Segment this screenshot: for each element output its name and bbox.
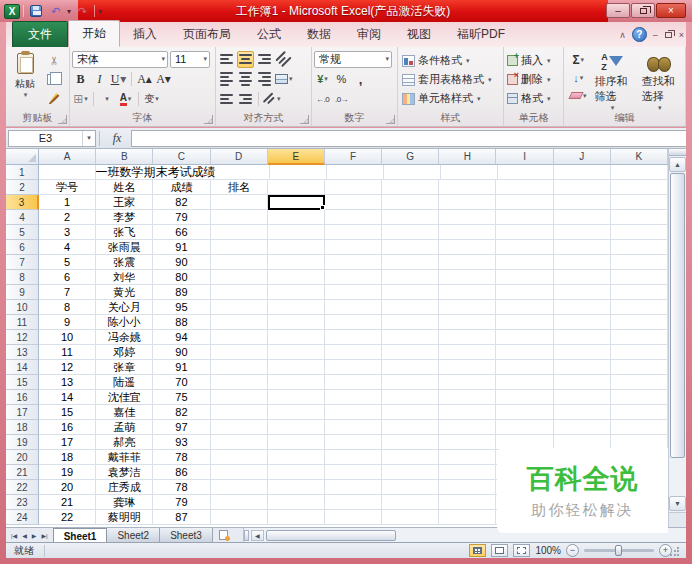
vertical-scroll-thumb[interactable] [670, 173, 685, 458]
grid-cell-K8[interactable] [611, 270, 668, 285]
align-left-button[interactable] [218, 71, 235, 88]
grid-cell-D23[interactable] [211, 495, 268, 510]
clear-button[interactable]: ▾ [568, 87, 589, 104]
grid-cell-J5[interactable] [554, 225, 611, 240]
row-header-8[interactable]: 8 [6, 270, 39, 285]
grid-cell-F2[interactable] [325, 180, 382, 195]
column-header-J[interactable]: J [554, 149, 611, 165]
paste-button[interactable]: 粘贴 ▾ [10, 51, 40, 109]
grid-cell-D5[interactable] [211, 225, 268, 240]
row-header-22[interactable]: 22 [6, 480, 39, 495]
grid-cell-C2[interactable]: 成绩 [153, 180, 210, 195]
grid-cell-C5[interactable]: 66 [153, 225, 210, 240]
grid-cell-H12[interactable] [439, 330, 496, 345]
grid-cell-J2[interactable] [554, 180, 611, 195]
row-header-1[interactable]: 1 [6, 165, 39, 180]
grid-cell-E8[interactable] [268, 270, 325, 285]
grid-cell-J1[interactable] [554, 165, 611, 180]
last-sheet-icon[interactable]: ▶| [39, 532, 49, 539]
grid-cell-H14[interactable] [439, 360, 496, 375]
grid-cell-C13[interactable]: 90 [153, 345, 210, 360]
row-header-7[interactable]: 7 [6, 255, 39, 270]
clipboard-dialog-launcher[interactable] [58, 115, 67, 124]
grid-cell-C6[interactable]: 91 [153, 240, 210, 255]
alignment-dialog-launcher[interactable] [300, 115, 309, 124]
column-header-G[interactable]: G [382, 149, 439, 165]
workbook-minimize-button[interactable]: – [653, 30, 658, 40]
grid-cell-I18[interactable] [496, 420, 553, 435]
grid-cell-J17[interactable] [554, 405, 611, 420]
grid-cell-C16[interactable]: 75 [153, 390, 210, 405]
grid-cell-K18[interactable] [611, 420, 668, 435]
grid-cell-B19[interactable]: 郝亮 [96, 435, 153, 450]
grid-cell-B18[interactable]: 孟萌 [96, 420, 153, 435]
row-header-9[interactable]: 9 [6, 285, 39, 300]
tab-view[interactable]: 视图 [394, 22, 444, 47]
grid-cell-A5[interactable]: 3 [39, 225, 96, 240]
grid-cell-D9[interactable] [211, 285, 268, 300]
shrink-font-button[interactable]: A▾ [155, 71, 172, 88]
format-cells-button[interactable]: 格式 ▾ [506, 89, 561, 108]
column-header-K[interactable]: K [611, 149, 668, 165]
row-header-21[interactable]: 21 [6, 465, 39, 480]
workbook-restore-button[interactable] [665, 32, 672, 38]
sheet-tab-sheet1[interactable]: Sheet1 [53, 528, 108, 542]
grid-cell-G2[interactable] [382, 180, 439, 195]
grid-cell-E24[interactable] [268, 510, 325, 525]
previous-sheet-icon[interactable]: ◀ [20, 532, 29, 539]
grid-cell-A17[interactable]: 15 [39, 405, 96, 420]
grid-cell-B8[interactable]: 刘华 [96, 270, 153, 285]
grid-cell-G22[interactable] [382, 480, 439, 495]
grid-cell-C4[interactable]: 79 [153, 210, 210, 225]
grid-cell-K1[interactable] [611, 165, 668, 180]
grid-cell-G19[interactable] [382, 435, 439, 450]
grid-cell-K4[interactable] [611, 210, 668, 225]
select-all-corner[interactable] [6, 149, 39, 165]
grid-cell-A7[interactable]: 5 [39, 255, 96, 270]
grid-cell-E15[interactable] [268, 375, 325, 390]
column-header-C[interactable]: C [153, 149, 210, 165]
zoom-slider-thumb[interactable] [615, 545, 622, 556]
tab-foxit-pdf[interactable]: 福昕PDF [444, 22, 518, 47]
grid-cell-A8[interactable]: 6 [39, 270, 96, 285]
borders-button[interactable]: ⊞▾ [72, 91, 89, 108]
grid-cell-G10[interactable] [382, 300, 439, 315]
grid-cell-I11[interactable] [496, 315, 553, 330]
grid-cell-D13[interactable] [211, 345, 268, 360]
grid-cell-G13[interactable] [382, 345, 439, 360]
grid-cell-A4[interactable]: 2 [39, 210, 96, 225]
row-header-19[interactable]: 19 [6, 435, 39, 450]
grid-cell-A19[interactable]: 17 [39, 435, 96, 450]
grid-cell-A13[interactable]: 11 [39, 345, 96, 360]
grid-cell-J18[interactable] [554, 420, 611, 435]
grid-cell-C23[interactable]: 79 [153, 495, 210, 510]
font-dialog-launcher[interactable] [204, 115, 213, 124]
cell-styles-button[interactable]: 单元格样式 ▾ [400, 89, 501, 108]
grid-cell-J12[interactable] [554, 330, 611, 345]
horizontal-scroll-thumb[interactable] [266, 530, 396, 541]
grid-cell-H19[interactable] [439, 435, 496, 450]
grid-cell-F20[interactable] [325, 450, 382, 465]
grid-cell-B21[interactable]: 袁梦洁 [96, 465, 153, 480]
grid-cell-B10[interactable]: 关心月 [96, 300, 153, 315]
delete-cells-button[interactable]: 删除 ▾ [506, 70, 561, 89]
tab-page-layout[interactable]: 页面布局 [170, 22, 244, 47]
grid-cell-D8[interactable] [211, 270, 268, 285]
grid-cell-E18[interactable] [268, 420, 325, 435]
grid-cell-F19[interactable] [325, 435, 382, 450]
undo-button[interactable]: ↶ [47, 3, 64, 19]
grid-cell-J7[interactable] [554, 255, 611, 270]
close-button[interactable]: × [656, 3, 686, 18]
grid-cell-H17[interactable] [439, 405, 496, 420]
grid-cell-F7[interactable] [325, 255, 382, 270]
grid-cell-B9[interactable]: 黄光 [96, 285, 153, 300]
grid-cell-D15[interactable] [211, 375, 268, 390]
align-top-button[interactable] [218, 51, 235, 68]
grid-cell-G15[interactable] [382, 375, 439, 390]
row-header-15[interactable]: 15 [6, 375, 39, 390]
grid-cell-J4[interactable] [554, 210, 611, 225]
grid-cell-I14[interactable] [496, 360, 553, 375]
grid-cell-K15[interactable] [611, 375, 668, 390]
grid-cell-K14[interactable] [611, 360, 668, 375]
grid-cell-D21[interactable] [211, 465, 268, 480]
